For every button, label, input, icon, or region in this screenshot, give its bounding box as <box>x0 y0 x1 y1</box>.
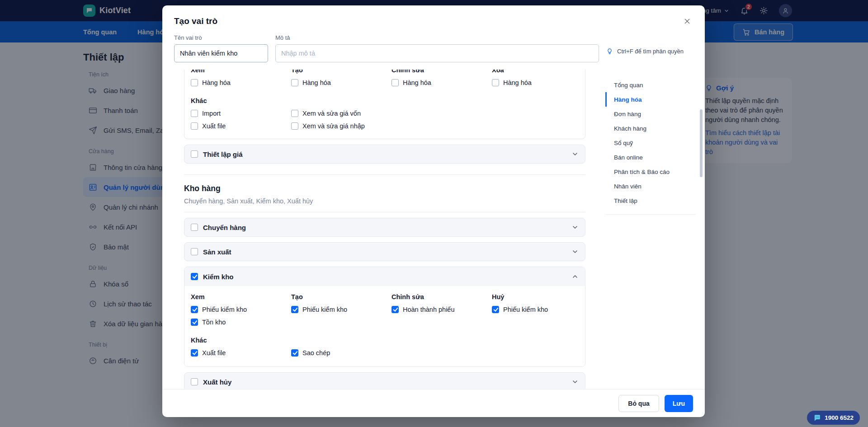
role-name-input[interactable] <box>174 44 268 62</box>
close-button[interactable] <box>681 15 693 27</box>
permission-label: Hàng hóa <box>302 79 331 86</box>
accordion-label: Xuất hủy <box>203 378 566 386</box>
other-permissions-grid: Import Xem và sửa giá vốn Xuất file Xem … <box>191 104 579 130</box>
checkbox[interactable] <box>291 349 298 357</box>
permission-label: Xuất file <box>202 349 226 357</box>
modal-nav-tong-quan[interactable]: Tổng quan <box>605 78 696 92</box>
close-icon <box>683 17 691 25</box>
checkbox[interactable] <box>291 110 298 117</box>
modal-nav-khach-hang[interactable]: Khách hàng <box>605 121 696 136</box>
chevron-up-icon <box>571 273 579 280</box>
cancel-button[interactable]: Bỏ qua <box>618 395 659 412</box>
goods-permission-grid: Xem Hàng hóa Tạo Hàng hóa Chỉnh sửa Hàng… <box>191 70 579 86</box>
permission-checkbox-row[interactable]: Import <box>191 110 291 117</box>
checkbox[interactable] <box>191 378 198 385</box>
checkbox[interactable] <box>392 79 399 86</box>
permission-label: Xem và sửa giá vốn <box>302 110 361 117</box>
permissions-panel: Xem Hàng hóa Tạo Hàng hóa Chỉnh sửa Hàng… <box>184 70 585 389</box>
checkbox[interactable] <box>191 319 198 326</box>
modal-nav-don-hang[interactable]: Đơn hàng <box>605 107 696 121</box>
kiem-kho-permissions: Xem Phiếu kiểm kho Tồn kho Tạo Phiếu kiể… <box>184 286 585 366</box>
checkbox[interactable] <box>291 122 298 130</box>
permission-label: Hàng hóa <box>503 79 532 86</box>
permission-column: Xóa Hàng hóa <box>492 70 585 86</box>
search-hint-label: Ctrl+F để tìm phân quyền <box>617 48 684 55</box>
modal-nav-label: Đơn hàng <box>614 111 641 117</box>
checkbox[interactable] <box>191 150 198 158</box>
role-desc-input[interactable] <box>275 44 599 62</box>
permission-column-header: Chỉnh sửa <box>392 70 492 74</box>
permission-checkbox-row[interactable]: Phiếu kiểm kho <box>291 306 392 313</box>
modal-nav-label: Tổng quan <box>614 82 643 89</box>
accordion-chuyen-hang[interactable]: Chuyển hàng <box>184 218 585 237</box>
modal-nav-label: Khách hàng <box>614 125 646 132</box>
checkbox[interactable] <box>191 349 198 357</box>
permission-column-header: Xem <box>191 293 291 300</box>
checkbox[interactable] <box>492 79 499 86</box>
permission-label: Xem và sửa giá nhập <box>302 122 365 130</box>
permission-checkbox-row[interactable]: Hoàn thành phiếu <box>392 306 492 313</box>
checkbox[interactable] <box>191 306 198 313</box>
permission-checkbox-row[interactable]: Xem và sửa giá nhập <box>291 122 492 130</box>
checkbox[interactable] <box>291 306 298 313</box>
permission-checkbox-row[interactable]: Phiếu kiểm kho <box>492 306 585 313</box>
chevron-down-icon <box>571 224 579 231</box>
modal-nav-hang-hoa[interactable]: Hàng hóa <box>605 92 696 107</box>
checkbox[interactable] <box>191 248 198 255</box>
lightbulb-icon <box>606 48 613 55</box>
support-hotline-label: 1900 6522 <box>825 414 854 421</box>
role-name-field-group: Tên vai trò <box>174 34 268 62</box>
modal-nav-nhan-vien[interactable]: Nhân viên <box>605 179 696 193</box>
permission-column: Xem Phiếu kiểm kho Tồn kho <box>191 293 291 326</box>
permission-checkbox-row[interactable]: Hàng hóa <box>492 79 585 86</box>
save-button[interactable]: Lưu <box>665 395 693 412</box>
permission-label: Tồn kho <box>202 319 226 326</box>
permission-checkbox-row[interactable]: Xuất file <box>191 349 291 357</box>
modal-nav-ban-online[interactable]: Bán online <box>605 150 696 164</box>
permission-column-header: Xem <box>191 70 291 74</box>
accordion-san-xuat[interactable]: Sản xuất <box>184 242 585 261</box>
accordion-xuat-huy[interactable]: Xuất hủy <box>184 372 585 389</box>
permission-label: Phiếu kiểm kho <box>202 306 247 313</box>
permission-checkbox-row[interactable]: Hàng hóa <box>291 79 392 86</box>
modal-nav-label: Sổ quỹ <box>614 140 633 146</box>
modal-nav-so-quy[interactable]: Sổ quỹ <box>605 136 696 150</box>
permission-checkbox-row[interactable]: Hàng hóa <box>392 79 492 86</box>
modal-nav-phan-tich-bao-cao[interactable]: Phân tích & Báo cáo <box>605 164 696 179</box>
checkbox[interactable] <box>191 110 198 117</box>
permission-checkbox-row[interactable]: Xem và sửa giá vốn <box>291 110 492 117</box>
permission-checkbox-row[interactable]: Phiếu kiểm kho <box>191 306 291 313</box>
accordion-thiet-lap-gia[interactable]: Thiết lập giá <box>184 145 585 164</box>
checkbox[interactable] <box>492 306 499 313</box>
permission-checkbox-row[interactable]: Tồn kho <box>191 319 291 326</box>
support-hotline-button[interactable]: 1900 6522 <box>807 411 860 425</box>
permission-checkbox-row[interactable]: Xuất file <box>191 122 291 130</box>
checkbox[interactable] <box>291 79 298 86</box>
permission-label: Phiếu kiểm kho <box>503 306 548 313</box>
permission-label: Phiếu kiểm kho <box>302 306 347 313</box>
other-permissions-grid: Xuất file Sao chép <box>191 344 579 357</box>
permission-column-header: Tạo <box>291 293 392 300</box>
permission-checkbox-row[interactable]: Sao chép <box>291 349 392 357</box>
modal-nav-label: Hàng hóa <box>614 96 642 103</box>
checkbox[interactable] <box>392 306 399 313</box>
accordion-label: Kiểm kho <box>203 273 566 281</box>
accordion-label: Sản xuất <box>203 248 566 256</box>
modal-nav-thiet-lap[interactable]: Thiết lập <box>605 193 696 208</box>
checkbox[interactable] <box>191 273 198 280</box>
checkbox[interactable] <box>191 122 198 130</box>
modal-scrollbar-thumb[interactable] <box>700 109 703 177</box>
permission-column-header: Tạo <box>291 70 392 74</box>
chevron-down-icon <box>571 248 579 255</box>
modal-header: Tạo vai trò <box>162 5 705 33</box>
checkbox[interactable] <box>191 224 198 231</box>
accordion-kiem-kho-expanded: Kiểm kho Xem Phiếu kiểm kho Tồn kho Tạo … <box>184 267 585 367</box>
role-desc-label: Mô tả <box>275 34 599 41</box>
section-title: Kho hàng <box>184 184 585 193</box>
permission-checkbox-row[interactable]: Hàng hóa <box>191 79 291 86</box>
checkbox[interactable] <box>191 79 198 86</box>
role-name-label: Tên vai trò <box>174 34 268 41</box>
section-subtitle: Chuyển hàng, Sản xuất, Kiểm kho, Xuất hủ… <box>184 197 585 205</box>
accordion-kiem-kho-header[interactable]: Kiểm kho <box>184 267 585 286</box>
other-permissions: Khác Xuất file Sao chép <box>191 337 579 357</box>
